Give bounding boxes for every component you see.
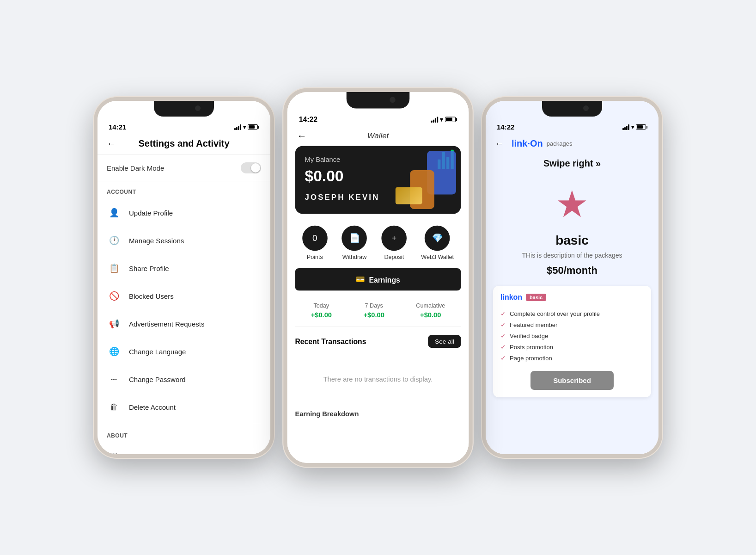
stat-cumulative: Cumalative +$0.00: [416, 302, 445, 319]
back-button-2[interactable]: ←: [297, 130, 307, 141]
battery-icon-2: [445, 117, 457, 122]
wifi-icon-1: ▾: [243, 124, 246, 130]
feature-profile: ✓ Complete control over your profile: [500, 308, 644, 319]
balance-card: My Balance $0.00 JOSEPH KEVIN: [295, 146, 461, 214]
points-icon: 0: [302, 226, 328, 251]
packages-word: packages: [547, 140, 573, 147]
about-section-label: ABOUT: [98, 425, 270, 443]
globe-icon: 🌐: [107, 344, 122, 359]
logo-area: link·On packages: [512, 138, 572, 149]
earning-breakdown-label: Earning Breakdown: [287, 402, 469, 418]
no-transactions-message: There are no transactions to display.: [287, 356, 469, 402]
time-2: 14:22: [299, 115, 317, 123]
points-label: Points: [307, 254, 323, 261]
settings-item-share-profile[interactable]: 📋 Share Profile: [98, 254, 270, 282]
stat-7days-value: +$0.00: [363, 311, 384, 319]
web3-icon: 💎: [425, 226, 450, 251]
signal-icon-2: [431, 117, 438, 123]
wifi-icon-3: ▾: [631, 124, 634, 130]
recent-header: Recent Transactions See all: [287, 335, 469, 356]
check-icon-5: ✓: [500, 354, 506, 362]
subscribe-button[interactable]: Subscribed: [530, 371, 614, 390]
blocked-users-label: Blocked Users: [129, 292, 174, 300]
feature-badge: ✓ Verified badge: [500, 330, 644, 341]
package-description: THis is description of the packages: [486, 252, 658, 259]
see-all-button[interactable]: See all: [428, 335, 461, 348]
user-icon: 👤: [107, 205, 122, 220]
status-icons-1: ▾: [234, 124, 259, 130]
feature-posts: ✓ Posts promotion: [500, 341, 644, 352]
settings-item-manage-sessions[interactable]: 🕐 Manage Sessions: [98, 227, 270, 254]
withdraw-action[interactable]: 📄 Withdraw: [342, 226, 367, 261]
wallet-title: Wallet: [367, 131, 389, 140]
settings-item-update-profile[interactable]: 👤 Update Profile: [98, 199, 270, 227]
stat-today: Today +$0.00: [311, 302, 332, 319]
wifi-icon-2: ▾: [440, 116, 443, 123]
delete-label: Delete Account: [129, 403, 176, 411]
earnings-divider: [295, 327, 461, 327]
settings-item-privacy[interactable]: 🛡 Privacy Policy: [98, 443, 270, 454]
card-decorations: [384, 146, 461, 214]
back-button-1[interactable]: ←: [107, 138, 116, 149]
phone-packages: 14:22 ▾: [482, 97, 662, 458]
feature-label-5: Page promotion: [510, 355, 552, 362]
deposit-label: Deposit: [384, 254, 404, 261]
status-bar-3: 14:22 ▾: [486, 101, 658, 135]
stat-cumulative-value: +$0.00: [416, 311, 445, 319]
stat-cumulative-period: Cumalative: [416, 302, 445, 309]
signal-icon-3: [622, 124, 629, 130]
web3-action[interactable]: 💎 Web3 Wallet: [421, 226, 454, 261]
ads-icon: 📢: [107, 316, 122, 331]
settings-header: ← Settings and Activity: [98, 135, 270, 155]
feature-label-3: Verified badge: [510, 333, 548, 339]
status-icons-2: ▾: [431, 116, 457, 123]
stat-today-value: +$0.00: [311, 311, 332, 319]
shield-icon: 🛡: [107, 449, 122, 454]
time-1: 14:21: [109, 123, 126, 131]
deposit-icon: +: [381, 226, 407, 251]
check-icon-2: ✓: [500, 321, 506, 328]
package-card: linkon basic ✓ Complete control over you…: [493, 286, 651, 397]
settings-item-language[interactable]: 🌐 Change Language: [98, 338, 270, 365]
dark-mode-label: Enable Dark Mode: [107, 164, 164, 172]
block-icon: 🚫: [107, 289, 122, 303]
gold-card: [396, 187, 422, 204]
password-icon: •••: [107, 372, 122, 387]
recent-label: Recent Transactions: [295, 337, 366, 345]
dark-mode-row[interactable]: Enable Dark Mode: [98, 155, 270, 181]
package-name: basic: [486, 233, 658, 248]
logo-text: link·On: [512, 138, 543, 149]
packages-header: ← link·On packages: [486, 135, 658, 154]
pkg-logo: linkon: [500, 293, 522, 302]
settings-item-ads[interactable]: 📢 Advertisement Requests: [98, 310, 270, 338]
settings-item-password[interactable]: ••• Change Password: [98, 365, 270, 393]
deposit-action[interactable]: + Deposit: [381, 226, 407, 261]
account-section-label: ACCOUNT: [98, 181, 270, 199]
clock-icon: 🕐: [107, 233, 122, 248]
feature-page: ✓ Page promotion: [500, 352, 644, 364]
earnings-stats: Today +$0.00 7 Days +$0.00 Cumalative +$…: [287, 298, 469, 327]
earnings-icon: 💳: [356, 275, 365, 284]
back-button-3[interactable]: ←: [495, 138, 504, 149]
wallet-actions: 0 Points 📄 Withdraw + Deposit 💎 Web3 Wal…: [287, 222, 469, 268]
check-icon-1: ✓: [500, 310, 506, 317]
withdraw-label: Withdraw: [342, 254, 367, 261]
star-decoration: ★: [486, 178, 658, 233]
time-3: 14:22: [497, 123, 514, 131]
settings-item-blocked-users[interactable]: 🚫 Blocked Users: [98, 282, 270, 310]
points-action[interactable]: 0 Points: [302, 226, 328, 261]
swipe-right-text: Swipe right »: [486, 154, 658, 178]
feature-label-1: Complete control over your profile: [510, 310, 600, 317]
feature-member: ✓ Featured member: [500, 319, 644, 330]
pkg-features-list: ✓ Complete control over your profile ✓ F…: [500, 308, 644, 364]
dark-mode-toggle[interactable]: [241, 162, 261, 173]
section-divider: [107, 423, 261, 423]
phone-settings: 14:21 ▾: [94, 97, 274, 458]
settings-title: Settings and Activity: [123, 138, 244, 149]
stat-7days: 7 Days +$0.00: [363, 302, 384, 319]
status-bar-1: 14:21 ▾: [98, 101, 270, 135]
settings-item-delete[interactable]: 🗑 Delete Account: [98, 393, 270, 421]
battery-icon-3: [636, 124, 647, 130]
earnings-button[interactable]: 💳 Earnings: [295, 268, 461, 290]
web3-label: Web3 Wallet: [421, 254, 454, 261]
